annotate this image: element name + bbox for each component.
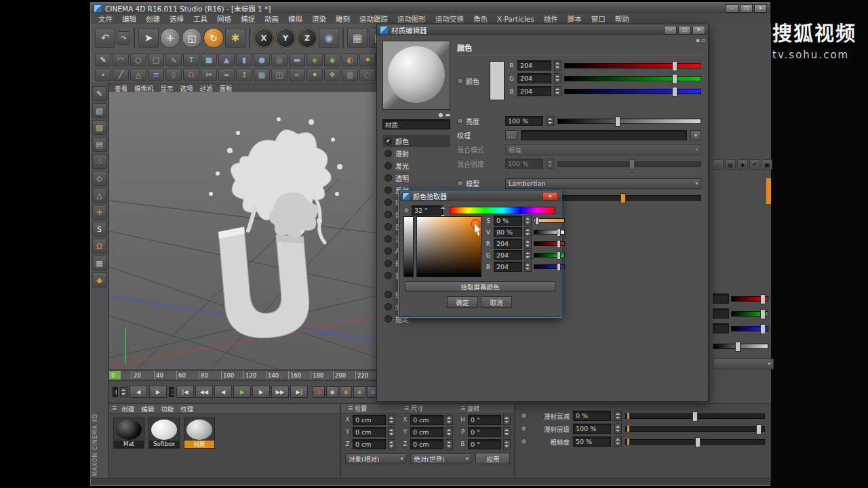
rotation-field[interactable]: 0 °	[468, 415, 501, 425]
menu-item[interactable]: X-Particles	[492, 15, 539, 23]
solo-mode-icon[interactable]: S	[92, 222, 107, 237]
timeline-ruler[interactable]: 020406080100120140160180200220	[108, 370, 378, 380]
color-value-field[interactable]: 204	[517, 73, 551, 83]
locked-workplane-icon[interactable]: ▦	[92, 256, 107, 270]
smooth-tool-icon[interactable]: ≈	[218, 68, 235, 81]
brightness-field[interactable]: 100 %	[505, 116, 543, 126]
value-stepper[interactable]	[503, 427, 511, 437]
subdivision-surface-icon[interactable]: ◈	[307, 54, 323, 66]
value-stepper[interactable]	[524, 250, 532, 260]
lock-icon[interactable]: ◈	[737, 159, 748, 170]
channel-row[interactable]: ✔ 颜色	[382, 135, 450, 147]
color-slider[interactable]	[564, 63, 701, 68]
menu-item[interactable]: 捕捉	[236, 14, 260, 24]
channel-checkbox[interactable]	[384, 211, 392, 218]
texture-menu-button[interactable]: ▾	[690, 130, 701, 140]
close-icon[interactable]: ✕	[542, 192, 558, 201]
value-stepper[interactable]	[446, 427, 453, 437]
menu-item[interactable]: 插件	[539, 14, 563, 24]
menu-item[interactable]: 运动图形	[393, 14, 431, 24]
space-mode-dropdown[interactable]: 绝对(世界)▾	[410, 453, 471, 464]
frame-forward-button[interactable]: ▶	[149, 386, 167, 398]
next-key-button[interactable]: ▶▶	[271, 386, 289, 398]
value-stepper[interactable]	[446, 439, 453, 449]
value-stepper[interactable]	[614, 436, 622, 447]
workplane-mode-icon[interactable]: ▤	[92, 137, 107, 152]
color-value-field[interactable]: 204	[517, 60, 551, 70]
boole-object-icon[interactable]: ◐	[342, 54, 358, 66]
value-stepper[interactable]	[388, 427, 395, 437]
points-mode-icon[interactable]: ∙	[95, 68, 111, 81]
menu-item[interactable]: 创建	[141, 14, 165, 24]
material-preview[interactable]	[382, 41, 450, 110]
minimize-button[interactable]: –	[726, 4, 738, 13]
title-bar[interactable]: CINEMA 4D R16.011 Studio (R16) - [未标题 1 …	[91, 3, 770, 14]
magnet-tool-icon[interactable]: Ω	[183, 68, 199, 81]
channel-checkbox[interactable]	[384, 247, 392, 255]
polygons-mode-icon[interactable]: △	[92, 188, 107, 203]
light-object-icon[interactable]: ✶	[359, 54, 376, 66]
redo-icon[interactable]: ↷	[117, 31, 130, 45]
current-frame-field[interactable]: 0 F	[113, 387, 118, 397]
animation-dot-icon[interactable]	[457, 78, 463, 84]
attribute-value-field[interactable]: 100 %	[573, 424, 611, 434]
animation-dot-icon[interactable]	[521, 439, 527, 445]
menu-item[interactable]: 角色	[469, 14, 492, 24]
menu-item[interactable]: 帮助	[610, 14, 634, 24]
end-frame-field[interactable]: 300 F	[169, 387, 174, 397]
channel-checkbox[interactable]	[384, 260, 392, 267]
channel-checkbox[interactable]	[384, 235, 392, 243]
value-stepper[interactable]	[554, 86, 561, 96]
record-position-button[interactable]: ◆	[340, 386, 352, 398]
helix-spline-icon[interactable]: ∿	[165, 54, 182, 66]
picker-mini-slider[interactable]	[534, 218, 565, 223]
animation-dot-icon[interactable]	[521, 426, 527, 432]
close-button[interactable]: ✕	[754, 4, 767, 13]
fracture-object-icon[interactable]: ◊	[165, 68, 182, 81]
menu-item[interactable]: 编辑	[117, 14, 141, 24]
picker-value-field[interactable]: 80 %	[494, 227, 522, 237]
channel-checkbox[interactable]	[384, 272, 392, 279]
material-manager-tab[interactable]: 编辑	[138, 404, 157, 413]
sphere-primitive-icon[interactable]: ●	[254, 54, 270, 66]
extrude-object-icon[interactable]: ◆	[324, 54, 340, 66]
rotate-tool-icon[interactable]: ↻	[203, 28, 224, 48]
channel-value-stub[interactable]	[713, 308, 729, 319]
size-field[interactable]: 0 cm	[410, 427, 443, 437]
value-stepper[interactable]	[524, 216, 532, 226]
preview-mesh-mode-icon[interactable]: ▬	[445, 112, 450, 118]
snap-icon[interactable]: Ω	[92, 239, 107, 253]
texture-browse-button[interactable]: …	[505, 130, 517, 140]
pen-tool-icon[interactable]: ✎	[95, 54, 111, 66]
torus-primitive-icon[interactable]: ◎	[271, 54, 288, 66]
picker-mini-slider[interactable]	[534, 230, 565, 235]
viewport-canvas[interactable]	[109, 92, 378, 369]
attribute-value-field[interactable]: 50 %	[573, 436, 611, 447]
channel-value-stub[interactable]	[713, 293, 729, 304]
hamburger-icon[interactable]: ☰	[112, 405, 117, 411]
minimize-button[interactable]: –	[664, 26, 677, 35]
animation-dot-icon[interactable]	[457, 180, 463, 186]
value-stepper[interactable]	[388, 415, 395, 425]
channel-checkbox[interactable]	[384, 291, 392, 298]
apply-button[interactable]: 应用	[475, 453, 510, 464]
instance-object-icon[interactable]: ◫	[271, 68, 288, 81]
frame-stepper[interactable]	[120, 387, 127, 397]
model-dropdown[interactable]: Lambertian▾	[505, 178, 701, 189]
value-stepper[interactable]	[503, 415, 511, 425]
brightness-slider[interactable]	[713, 344, 768, 349]
picker-value-field[interactable]: 204	[494, 250, 522, 260]
edges-mode-icon[interactable]: ◇	[92, 171, 107, 186]
picker-mini-slider[interactable]	[534, 264, 565, 269]
goto-start-button[interactable]: |◀	[176, 386, 194, 398]
rotation-field[interactable]: 0 °	[468, 427, 501, 437]
material-thumbnail[interactable]: Mat	[113, 418, 144, 449]
menu-item[interactable]: 模拟	[283, 14, 307, 24]
separator[interactable]	[342, 28, 344, 48]
value-stepper[interactable]	[614, 411, 622, 421]
move-tool-icon[interactable]: ✛	[160, 28, 180, 48]
diffuse-falloff-slider[interactable]	[557, 195, 701, 201]
polygons-mode-icon[interactable]: △	[130, 68, 146, 81]
points-mode-icon[interactable]: ∴	[92, 154, 107, 169]
prev-frame-button[interactable]: ◀	[214, 386, 232, 398]
